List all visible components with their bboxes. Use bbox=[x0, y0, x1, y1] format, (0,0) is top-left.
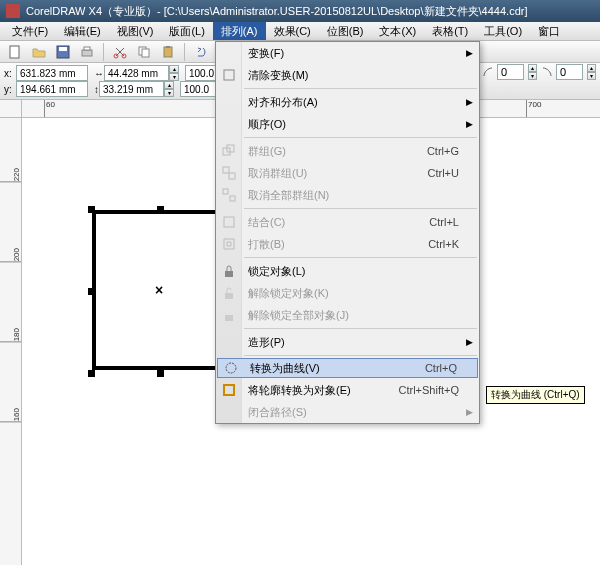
y-input[interactable]: 194.661 mm bbox=[16, 81, 88, 97]
menu-separator bbox=[244, 137, 477, 138]
selection-handle[interactable] bbox=[88, 206, 95, 213]
ruler-vertical[interactable]: 220 200 180 160 bbox=[0, 118, 22, 565]
menu-view[interactable]: 视图(V) bbox=[109, 22, 162, 40]
toolbar-separator bbox=[184, 43, 185, 61]
menu-layout[interactable]: 版面(L) bbox=[161, 22, 212, 40]
svg-rect-2 bbox=[59, 47, 67, 51]
svg-rect-4 bbox=[84, 47, 90, 50]
y-label: y: bbox=[4, 84, 16, 95]
menu-shaping[interactable]: 造形(P)▶ bbox=[216, 331, 479, 353]
svg-rect-3 bbox=[82, 50, 92, 56]
lock-icon bbox=[222, 264, 236, 278]
arrange-menu: 变换(F)▶ 清除变换(M) 对齐和分布(A)▶ 顺序(O)▶ 群组(G)Ctr… bbox=[215, 41, 480, 424]
menu-edit[interactable]: 编辑(E) bbox=[56, 22, 109, 40]
selection-center-icon[interactable]: × bbox=[155, 282, 163, 298]
svg-rect-9 bbox=[164, 47, 172, 57]
menu-separator bbox=[244, 355, 477, 356]
svg-rect-18 bbox=[230, 196, 235, 201]
svg-rect-8 bbox=[142, 49, 149, 57]
paste-icon[interactable] bbox=[157, 42, 179, 62]
menu-combine[interactable]: 结合(C)Ctrl+L bbox=[216, 211, 479, 233]
copy-icon[interactable] bbox=[133, 42, 155, 62]
menu-transform[interactable]: 变换(F)▶ bbox=[216, 42, 479, 64]
menu-separator bbox=[244, 88, 477, 89]
svg-rect-16 bbox=[229, 173, 235, 179]
svg-rect-17 bbox=[223, 189, 228, 194]
svg-rect-15 bbox=[223, 167, 229, 173]
submenu-arrow-icon: ▶ bbox=[466, 97, 473, 107]
menu-bar: 文件(F) 编辑(E) 视图(V) 版面(L) 排列(A) 效果(C) 位图(B… bbox=[0, 22, 600, 41]
corner-icon bbox=[482, 66, 493, 78]
ruler-tick: 60 bbox=[44, 100, 55, 117]
menu-arrange[interactable]: 排列(A) bbox=[213, 22, 266, 40]
undo-icon[interactable] bbox=[190, 42, 212, 62]
ruler-tick: 700 bbox=[526, 100, 541, 117]
selection-handle[interactable] bbox=[157, 206, 164, 213]
menu-order[interactable]: 顺序(O)▶ bbox=[216, 113, 479, 135]
menu-text[interactable]: 文本(X) bbox=[371, 22, 424, 40]
menu-separator bbox=[244, 208, 477, 209]
menu-ungroup-all[interactable]: 取消全部群组(N) bbox=[216, 184, 479, 206]
x-input[interactable]: 631.823 mm bbox=[16, 65, 88, 81]
save-icon[interactable] bbox=[52, 42, 74, 62]
corner-a-input[interactable]: 0 bbox=[497, 64, 524, 80]
toolbar-separator bbox=[103, 43, 104, 61]
ruler-tick: 180 bbox=[0, 328, 21, 342]
ruler-corner[interactable] bbox=[0, 100, 22, 118]
svg-rect-22 bbox=[225, 315, 233, 321]
corner-a-spinner[interactable]: ▴▾ bbox=[528, 64, 537, 80]
menu-clear-transform[interactable]: 清除变换(M) bbox=[216, 64, 479, 86]
height-spinner[interactable]: ▴▾ bbox=[164, 81, 174, 97]
title-bar: CorelDRAW X4（专业版）- [C:\Users\Administrat… bbox=[0, 0, 600, 22]
svg-rect-0 bbox=[10, 46, 19, 58]
menu-tools[interactable]: 工具(O) bbox=[476, 22, 530, 40]
svg-point-23 bbox=[226, 363, 236, 373]
cut-icon[interactable] bbox=[109, 42, 131, 62]
corner-b-spinner[interactable]: ▴▾ bbox=[587, 64, 596, 80]
selection-handle[interactable] bbox=[88, 370, 95, 377]
scaley-input[interactable]: 100.0 bbox=[180, 81, 218, 97]
ruler-tick: 200 bbox=[0, 248, 21, 262]
svg-rect-21 bbox=[225, 293, 233, 299]
menu-ungroup[interactable]: 取消群组(U)Ctrl+U bbox=[216, 162, 479, 184]
menu-break-apart[interactable]: 打散(B)Ctrl+K bbox=[216, 233, 479, 255]
menu-separator bbox=[244, 257, 477, 258]
selection-handle[interactable] bbox=[88, 288, 95, 295]
menu-unlock-all[interactable]: 解除锁定全部对象(J) bbox=[216, 304, 479, 326]
submenu-arrow-icon: ▶ bbox=[466, 337, 473, 347]
menu-window[interactable]: 窗口 bbox=[530, 22, 568, 40]
menu-bitmaps[interactable]: 位图(B) bbox=[319, 22, 372, 40]
menu-lock[interactable]: 锁定对象(L) bbox=[216, 260, 479, 282]
print-icon[interactable] bbox=[76, 42, 98, 62]
menu-group[interactable]: 群组(G)Ctrl+G bbox=[216, 140, 479, 162]
width-input[interactable]: 44.428 mm bbox=[104, 65, 169, 81]
corner-b-input[interactable]: 0 bbox=[556, 64, 583, 80]
menu-outline-to-object[interactable]: 将轮廓转换为对象(E)Ctrl+Shift+Q bbox=[216, 379, 479, 401]
submenu-arrow-icon: ▶ bbox=[466, 48, 473, 58]
ruler-tick: 160 bbox=[0, 408, 21, 422]
menu-convert-to-curves[interactable]: 转换为曲线(V)Ctrl+Q bbox=[217, 358, 478, 378]
curve-icon bbox=[224, 361, 238, 375]
open-file-icon[interactable] bbox=[28, 42, 50, 62]
svg-rect-10 bbox=[166, 46, 170, 48]
menu-close-path[interactable]: 闭合路径(S)▶ bbox=[216, 401, 479, 423]
submenu-arrow-icon: ▶ bbox=[466, 119, 473, 129]
menu-align[interactable]: 对齐和分布(A)▶ bbox=[216, 91, 479, 113]
width-spinner[interactable]: ▴▾ bbox=[169, 65, 179, 81]
app-icon bbox=[6, 4, 20, 18]
menu-separator bbox=[244, 328, 477, 329]
menu-effects[interactable]: 效果(C) bbox=[266, 22, 319, 40]
svg-rect-20 bbox=[225, 271, 233, 277]
corner-icon bbox=[541, 66, 552, 78]
new-file-icon[interactable] bbox=[4, 42, 26, 62]
svg-rect-12 bbox=[224, 70, 234, 80]
height-input[interactable]: 33.219 mm bbox=[99, 81, 164, 97]
selection-handle[interactable] bbox=[157, 370, 164, 377]
svg-rect-19 bbox=[224, 217, 234, 227]
menu-table[interactable]: 表格(T) bbox=[424, 22, 476, 40]
width-label: ↔ bbox=[94, 68, 104, 79]
menu-unlock[interactable]: 解除锁定对象(K) bbox=[216, 282, 479, 304]
x-label: x: bbox=[4, 68, 16, 79]
tooltip: 转换为曲线 (Ctrl+Q) bbox=[486, 386, 585, 404]
menu-file[interactable]: 文件(F) bbox=[4, 22, 56, 40]
